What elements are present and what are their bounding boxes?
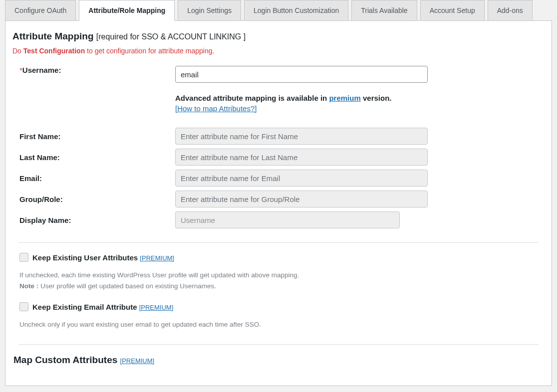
alert-pre: Do [12, 47, 23, 55]
input-display-name[interactable] [175, 211, 400, 228]
title-text: Attribute Mapping [12, 31, 96, 41]
input-first-name[interactable] [175, 128, 428, 145]
label-keep-existing-attributes: Keep Existing User Attributes [PREMIUM] [32, 253, 174, 262]
checkbox-keep-existing-email[interactable] [19, 302, 28, 311]
separator [18, 242, 539, 243]
label-group-role: Group/Role: [19, 195, 175, 203]
link-premium-keep-email[interactable]: [PREMIUM] [139, 304, 174, 311]
tab-add-ons[interactable]: Add-ons [488, 0, 533, 21]
hint-advanced-mapping: Advanced attribute mapping is available … [175, 86, 538, 104]
tab-trials-available[interactable]: Trials Available [351, 0, 417, 21]
tab-account-setup[interactable]: Account Setup [420, 0, 485, 21]
desc-line1: If unchecked, each time existing WordPre… [19, 270, 538, 281]
label-username: *Username: [19, 66, 175, 74]
alert-bold: Test Configuration [23, 47, 85, 55]
link-premium-keep-attr[interactable]: [PREMIUM] [140, 254, 174, 262]
desc-email-text: Uncheck only if you want existing user e… [19, 319, 538, 330]
checkbox-keep-existing-attributes[interactable] [19, 253, 28, 262]
tab-configure-oauth[interactable]: Configure OAuth [5, 0, 76, 21]
link-how-to-map[interactable]: [How to map Attributes?] [175, 104, 257, 113]
tab-login-button-customization[interactable]: Login Button Customization [244, 0, 348, 21]
label-display-name: Display Name: [19, 216, 175, 224]
label-email: Email: [19, 174, 175, 183]
hint-pre: Advanced attribute mapping is available … [175, 94, 329, 102]
section-title-attribute-mapping: Attribute Mapping [required for SSO & AC… [12, 31, 545, 42]
desc-keep-existing-attributes: If unchecked, each time existing WordPre… [12, 265, 545, 291]
link-premium-custom-attr[interactable]: [PREMIUM] [120, 357, 155, 365]
label-first-name: First Name: [19, 132, 175, 141]
input-group-role[interactable] [175, 191, 428, 207]
section-title-map-custom-attributes: Map Custom Attributes [PREMIUM] [12, 355, 545, 366]
label-last-name: Last Name: [19, 153, 175, 162]
label-keep-existing-email: Keep Existing Email Attribute [PREMIUM] [32, 303, 173, 311]
tabs-bar: Configure OAuth Attribute/Role Mapping L… [0, 0, 557, 21]
desc-keep-existing-email: Uncheck only if you want existing user e… [12, 314, 545, 330]
input-username[interactable] [175, 66, 428, 83]
alert-test-configuration: Do Test Configuration to get configurati… [12, 47, 545, 55]
tab-login-settings[interactable]: Login Settings [178, 0, 241, 21]
tab-attribute-role-mapping[interactable]: Attribute/Role Mapping [79, 0, 175, 21]
desc-note-label: Note : [19, 282, 38, 290]
link-premium[interactable]: premium [329, 94, 360, 102]
desc-note-text: User profile will get updated based on e… [38, 282, 216, 290]
separator-2 [18, 344, 539, 345]
input-email[interactable] [175, 170, 428, 187]
alert-post: to get configuration for attribute mappi… [85, 47, 214, 55]
title-subtext: [required for SSO & ACCOUNT LINKING ] [96, 32, 246, 41]
input-last-name[interactable] [175, 149, 428, 166]
hint-post: version. [361, 94, 392, 102]
panel-attribute-mapping: Attribute Mapping [required for SSO & AC… [5, 20, 552, 386]
